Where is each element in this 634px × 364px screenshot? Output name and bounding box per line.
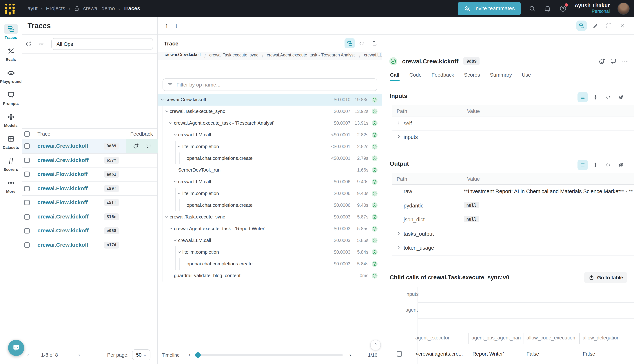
tab-call[interactable]: Call	[390, 72, 399, 81]
comment-icon[interactable]	[610, 58, 617, 65]
kv-row-self[interactable]: self	[392, 117, 634, 130]
edit-pencil-icon[interactable]	[590, 20, 600, 31]
trace-path-tab[interactable]: crewai.LLM.call	[363, 53, 382, 59]
column-header-allow_code_execution[interactable]: allow_code_execution	[526, 335, 577, 340]
trace-tree-row[interactable]: crewai.LLM.call$0.00035.85s	[158, 234, 382, 246]
trace-column-header[interactable]: Trace	[38, 131, 51, 137]
op-name-filter-input[interactable]	[176, 82, 372, 88]
column-header-agent_executor[interactable]: agent_executor	[415, 335, 466, 340]
trace-tree-row[interactable]: guardrail-validate_blog_content0ms	[158, 270, 382, 282]
trace-tree-row[interactable]: openai.chat.completions.create$0.00035.8…	[158, 258, 382, 270]
trace-name-link[interactable]: crewai.Flow.kickoff	[38, 171, 88, 177]
refresh-icon[interactable]	[24, 39, 34, 49]
scroll-top-button[interactable]: ^	[370, 340, 381, 350]
trace-tree-row[interactable]: SerperDevTool._run1.66s	[158, 164, 382, 176]
breadcrumb-projects[interactable]: Projects	[46, 6, 65, 11]
comment-icon[interactable]	[145, 143, 151, 150]
trace-id-badge[interactable]: c5ff	[104, 199, 119, 206]
column-header-allow_delegation[interactable]: allow_delegation	[583, 335, 633, 340]
row-checkbox[interactable]	[24, 228, 30, 234]
expand-rows-icon[interactable]	[590, 160, 601, 170]
bell-icon[interactable]	[544, 4, 551, 12]
timeline-slider[interactable]	[196, 354, 343, 356]
call-id-badge[interactable]: 9d89	[464, 57, 480, 65]
trace-id-badge[interactable]: eab1	[104, 171, 119, 178]
row-checkbox[interactable]	[24, 143, 30, 149]
trace-name-link[interactable]: crewai.Flow.kickoff	[38, 185, 88, 191]
kv-row-token_usage[interactable]: token_usage	[392, 241, 634, 255]
trace-name-link[interactable]: crewai.Crew.kickoff	[38, 242, 89, 248]
list-view-icon[interactable]	[577, 160, 588, 170]
row-checkbox[interactable]	[24, 242, 30, 248]
row-checkbox[interactable]	[24, 214, 30, 220]
close-icon[interactable]	[617, 20, 627, 31]
trace-id-badge[interactable]: a17d	[104, 242, 119, 248]
flame-graph-icon[interactable]	[369, 38, 379, 48]
row-checkbox[interactable]	[24, 158, 30, 163]
trace-id-badge[interactable]: 316c	[104, 213, 119, 220]
chevron-down-icon[interactable]	[177, 144, 181, 148]
kv-row-pydantic[interactable]: pydanticnull	[392, 199, 634, 213]
trace-id-badge[interactable]: 657f	[104, 157, 119, 164]
ops-filter-select[interactable]: All Ops	[51, 38, 153, 50]
tree-view-icon[interactable]	[576, 20, 587, 31]
kv-row-json_dict[interactable]: json_dictnull	[392, 213, 634, 227]
chevron-down-icon[interactable]	[169, 226, 173, 230]
select-all-checkbox[interactable]	[24, 131, 30, 137]
trace-tree-row[interactable]: crewai.Task.execute_sync$0.000713.92s	[158, 106, 382, 117]
table-row[interactable]: crewai.Flow.kickoffeab1	[22, 168, 157, 182]
kv-row-raw[interactable]: raw**Investment Report: AI in Chemical a…	[392, 185, 634, 199]
timeline-prev-icon[interactable]: ‹	[189, 352, 190, 358]
trace-tree-row[interactable]: litellm.completion<$0.00012.82s	[158, 141, 382, 152]
trace-tree-row[interactable]: litellm.completion$0.00069.40s	[158, 188, 382, 200]
table-row[interactable]: crewai.Crew.kickoff316c	[22, 210, 157, 224]
next-call-arrow-icon[interactable]: ↓	[175, 22, 178, 29]
trace-id-badge[interactable]: c59f	[104, 185, 119, 192]
sidebar-item-models[interactable]: Models	[0, 108, 22, 130]
chevron-right-icon[interactable]	[396, 120, 401, 125]
avatar[interactable]	[617, 2, 629, 14]
chevron-right-icon[interactable]	[396, 231, 401, 236]
timeline-slider-knob[interactable]	[195, 352, 201, 358]
feedback-cell[interactable]	[126, 139, 158, 153]
kv-row-inputs[interactable]: inputs	[392, 130, 634, 144]
trace-tree-row[interactable]: litellm.completion$0.00035.84s	[158, 246, 382, 258]
prev-page-icon[interactable]: ‹	[27, 352, 29, 358]
user-menu[interactable]: Ayush Thakur Personal	[574, 2, 610, 15]
table-row[interactable]: <crewai.agents.cre...'Research Analyst'F…	[392, 362, 634, 364]
row-checkbox[interactable]	[397, 351, 402, 357]
trace-tree-row[interactable]: crewai.Agent.execute_task - 'Research An…	[158, 117, 382, 129]
breadcrumb-page[interactable]: Traces	[123, 6, 140, 11]
chevron-right-icon[interactable]	[396, 245, 401, 250]
next-page-icon[interactable]: ›	[78, 352, 80, 358]
help-icon[interactable]	[559, 4, 567, 12]
sidebar-item-evals[interactable]: Evals	[0, 42, 22, 64]
hide-eye-icon[interactable]	[616, 92, 626, 102]
row-checkbox[interactable]	[24, 200, 30, 205]
code-view-icon[interactable]	[603, 92, 613, 102]
trace-name-link[interactable]: crewai.Crew.kickoff	[38, 213, 89, 220]
trace-id-badge[interactable]: 9d89	[104, 142, 119, 150]
row-checkbox[interactable]	[24, 172, 30, 177]
table-row[interactable]: crewai.Crew.kickoff657f	[22, 154, 157, 168]
trace-tree-row[interactable]: crewai.Agent.execute_task - 'Report Writ…	[158, 223, 382, 234]
table-row[interactable]: crewai.Crew.kickoffa17d	[22, 238, 157, 252]
chevron-down-icon[interactable]	[165, 215, 169, 219]
trace-tree-row[interactable]: crewai.Task.execute_sync$0.00035.87s	[158, 211, 382, 223]
trace-tree-row[interactable]: crewai.Crew.kickoff$0.001019.83s	[158, 94, 382, 106]
table-row[interactable]: <crewai.agents.cre...'Report Writer'Fals…	[392, 346, 634, 362]
trace-name-link[interactable]: crewai.Crew.kickoff	[38, 157, 89, 163]
more-options-icon[interactable]	[621, 58, 628, 65]
table-row[interactable]: crewai.Crew.kickoffe058	[22, 224, 157, 238]
trace-id-badge[interactable]: e058	[104, 227, 119, 234]
code-view-icon[interactable]	[357, 38, 367, 48]
trace-path-tab[interactable]: crewai.Task.execute_sync	[209, 53, 259, 59]
tab-scores[interactable]: Scores	[464, 72, 480, 81]
go-to-table-button[interactable]: Go to table	[584, 272, 627, 283]
chevron-down-icon[interactable]	[169, 121, 173, 125]
sidebar-item-datasets[interactable]: Datasets	[0, 130, 22, 152]
trace-name-link[interactable]: crewai.Flow.kickoff	[38, 199, 88, 205]
code-view-icon[interactable]	[603, 160, 613, 170]
sidebar-item-scorers[interactable]: Scorers	[0, 152, 22, 174]
tab-use[interactable]: Use	[522, 72, 531, 81]
